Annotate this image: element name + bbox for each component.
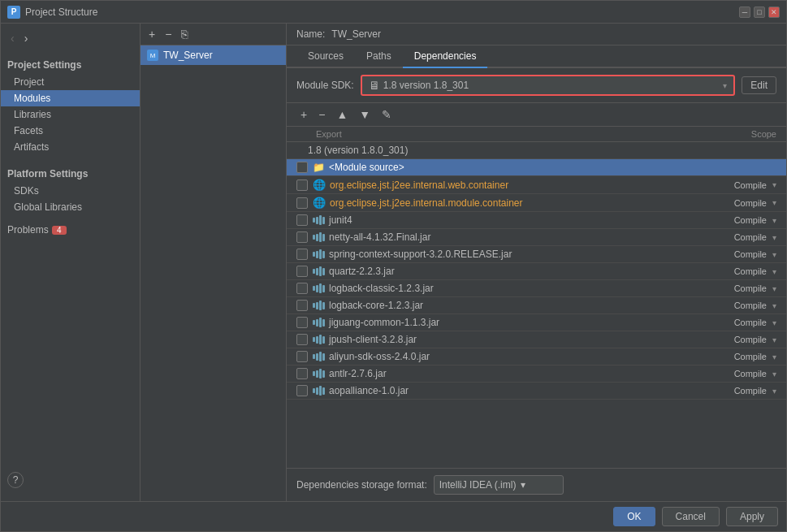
dep-row-spring-context[interactable]: spring-context-support-3.2.0.RELEASE.jar… <box>287 246 786 263</box>
dep-group-jdk: 1.8 (version 1.8.0_301) <box>287 142 786 159</box>
dep-check-jiguang-common[interactable] <box>296 317 308 328</box>
storage-row: Dependencies storage format: IntelliJ ID… <box>287 468 786 501</box>
storage-value: IntelliJ IDEA (.iml) <box>439 479 517 491</box>
add-module-button[interactable]: + <box>145 27 158 41</box>
dep-name-cell-logback-classic: logback-classic-1.2.3.jar <box>313 283 702 294</box>
sidebar-item-artifacts[interactable]: Artifacts <box>1 139 140 155</box>
dep-scope-arrow-junit4[interactable]: ▾ <box>767 216 776 225</box>
dep-check-module-source[interactable] <box>296 162 308 173</box>
module-icon: M <box>147 50 158 61</box>
tab-sources[interactable]: Sources <box>296 45 355 68</box>
dep-name-aliyun-sdk-oss: aliyun-sdk-oss-2.4.0.jar <box>329 351 430 362</box>
dep-scope-arrow-aliyun-sdk-oss[interactable]: ▾ <box>767 353 776 361</box>
dep-name-cell-spring-context: spring-context-support-3.2.0.RELEASE.jar <box>313 249 702 260</box>
storage-dropdown[interactable]: IntelliJ IDEA (.iml) ▾ <box>434 475 564 495</box>
dep-check-junit4[interactable] <box>296 214 308 226</box>
dep-check-aopalliance[interactable] <box>296 385 308 396</box>
content-area: + − ⎘ M TW_Server Name: TW_Server S <box>141 24 786 501</box>
dep-check-antlr[interactable] <box>296 368 308 379</box>
dep-lib-icon-netty <box>313 232 325 242</box>
dep-edit-button[interactable]: ✎ <box>378 106 396 123</box>
dep-scope-spring-context: Compile <box>702 249 767 259</box>
dep-row-web-container[interactable]: 🌐 org.eclipse.jst.j2ee.internal.web.cont… <box>287 176 786 194</box>
forward-button[interactable]: › <box>21 30 32 46</box>
dep-scope-arrow-jpush-client[interactable]: ▾ <box>767 335 776 344</box>
dep-row-aliyun-sdk-oss[interactable]: aliyun-sdk-oss-2.4.0.jar Compile ▾ <box>287 348 786 365</box>
dep-name-aopalliance: aopalliance-1.0.jar <box>329 385 409 396</box>
close-button[interactable]: ✕ <box>768 6 780 18</box>
dep-remove-button[interactable]: − <box>314 106 329 123</box>
dep-check-module-container[interactable] <box>296 197 308 209</box>
sidebar-item-sdks[interactable]: SDKs <box>1 183 140 199</box>
help-button[interactable]: ? <box>7 472 24 488</box>
dep-scope-arrow-jiguang-common[interactable]: ▾ <box>767 318 776 327</box>
cancel-button[interactable]: Cancel <box>662 507 720 526</box>
sdk-edit-button[interactable]: Edit <box>742 76 776 94</box>
dep-check-logback-core[interactable] <box>296 300 308 311</box>
dep-scope-junit4: Compile <box>702 215 767 225</box>
dep-scope-quartz: Compile <box>702 266 767 276</box>
dep-scope-arrow-quartz[interactable]: ▾ <box>767 267 776 276</box>
module-list-panel: + − ⎘ M TW_Server <box>141 24 287 501</box>
dep-scope-aopalliance: Compile <box>702 386 767 396</box>
sidebar-item-problems[interactable]: Problems 4 <box>1 222 140 238</box>
dep-add-button[interactable]: + <box>296 106 311 123</box>
dep-row-jpush-client[interactable]: jpush-client-3.2.8.jar Compile ▾ <box>287 331 786 348</box>
dep-row-logback-core[interactable]: logback-core-1.2.3.jar Compile ▾ <box>287 297 786 314</box>
dep-name-cell-antlr: antlr-2.7.6.jar <box>313 368 702 379</box>
tab-paths[interactable]: Paths <box>355 45 403 68</box>
dep-scope-arrow-web-container[interactable]: ▾ <box>767 180 776 189</box>
dep-row-antlr[interactable]: antlr-2.7.6.jar Compile ▾ <box>287 365 786 383</box>
sidebar-item-modules[interactable]: Modules <box>1 90 140 106</box>
ok-button[interactable]: OK <box>613 507 655 526</box>
dep-scope-arrow-aopalliance[interactable]: ▾ <box>767 387 776 396</box>
minimize-button[interactable]: ─ <box>739 6 750 18</box>
dep-name-cell-logback-core: logback-core-1.2.3.jar <box>313 300 702 311</box>
apply-button[interactable]: Apply <box>726 507 778 526</box>
dep-down-button[interactable]: ▼ <box>355 106 374 123</box>
maximize-button[interactable]: □ <box>754 6 765 18</box>
dep-row-jiguang-common[interactable]: jiguang-common-1.1.3.jar Compile ▾ <box>287 314 786 331</box>
dep-check-web-container[interactable] <box>296 179 308 191</box>
dep-lib-icon-jiguang-common <box>313 318 325 327</box>
dep-name-jiguang-common: jiguang-common-1.1.3.jar <box>329 317 439 328</box>
dep-check-jpush-client[interactable] <box>296 334 308 345</box>
dep-check-aliyun-sdk-oss[interactable] <box>296 351 308 362</box>
sidebar-bottom: ? <box>1 465 140 495</box>
sidebar-item-libraries[interactable]: Libraries <box>1 106 140 123</box>
dep-row-module-source[interactable]: 📁 <Module source> <box>287 159 786 176</box>
sidebar-item-global-libraries[interactable]: Global Libraries <box>1 199 140 215</box>
module-item-tw-server[interactable]: M TW_Server <box>141 45 286 65</box>
dep-scope-arrow-antlr[interactable]: ▾ <box>767 370 776 378</box>
dep-scope-arrow-logback-core[interactable]: ▾ <box>767 301 776 310</box>
remove-module-button[interactable]: − <box>162 27 175 41</box>
dep-row-quartz[interactable]: quartz-2.2.3.jar Compile ▾ <box>287 263 786 280</box>
back-button[interactable]: ‹ <box>7 30 18 46</box>
platform-settings-label: Platform Settings <box>1 165 140 183</box>
sidebar-item-project[interactable]: Project <box>1 74 140 90</box>
dep-scope-arrow-spring-context[interactable]: ▾ <box>767 250 776 259</box>
dep-check-spring-context[interactable] <box>296 249 308 260</box>
dep-scope-arrow-module-container[interactable]: ▾ <box>767 198 776 207</box>
sdk-icon: 🖥 <box>369 79 380 92</box>
dep-check-netty[interactable] <box>296 231 308 243</box>
dep-name-cell-netty: netty-all-4.1.32.Final.jar <box>313 231 702 243</box>
dep-name-cell-jpush-client: jpush-client-3.2.8.jar <box>313 334 702 345</box>
dep-up-button[interactable]: ▲ <box>332 106 352 123</box>
dep-check-logback-classic[interactable] <box>296 283 308 294</box>
dep-row-netty[interactable]: netty-all-4.1.32.Final.jar Compile ▾ <box>287 229 786 246</box>
dep-row-logback-classic[interactable]: logback-classic-1.2.3.jar Compile ▾ <box>287 280 786 297</box>
dep-scope-arrow-netty[interactable]: ▾ <box>767 233 776 242</box>
tab-dependencies[interactable]: Dependencies <box>403 45 488 68</box>
sdk-dropdown[interactable]: 🖥 1.8 version 1.8_301 ▾ <box>361 75 736 96</box>
storage-dropdown-arrow: ▾ <box>521 479 525 491</box>
dep-check-quartz[interactable] <box>296 266 308 277</box>
sidebar-item-facets[interactable]: Facets <box>1 123 140 139</box>
dep-row-module-container[interactable]: 🌐 org.eclipse.jst.j2ee.internal.module.c… <box>287 194 786 212</box>
dep-row-aopalliance[interactable]: aopalliance-1.0.jar Compile ▾ <box>287 383 786 400</box>
dep-scope-arrow-logback-classic[interactable]: ▾ <box>767 284 776 293</box>
main-content: ‹ › Project Settings Project Modules Lib… <box>1 24 786 501</box>
dep-row-junit4[interactable]: junit4 Compile ▾ <box>287 212 786 229</box>
copy-module-button[interactable]: ⎘ <box>178 27 191 41</box>
sidebar-divider <box>1 155 140 162</box>
